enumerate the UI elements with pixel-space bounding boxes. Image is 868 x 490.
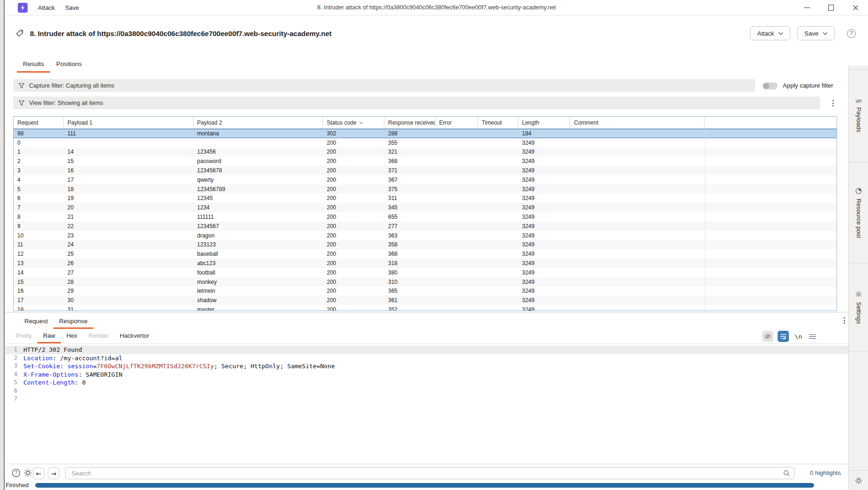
table-row[interactable]: 02003553249 [14, 138, 837, 148]
table-row[interactable]: 1831master2003523249 [14, 305, 837, 311]
tab-response[interactable]: Response [53, 314, 93, 329]
menu-attack[interactable]: Attack [38, 4, 55, 11]
help-icon[interactable]: ? [847, 29, 856, 38]
word-wrap-button[interactable] [778, 331, 789, 342]
cell-length: 3249 [518, 306, 570, 311]
cell-status: 200 [323, 279, 384, 285]
column-header-response-received[interactable]: Response received [384, 117, 435, 128]
column-header-payload1[interactable]: Payload 1 [64, 117, 193, 128]
table-row[interactable]: 1629letmein2003653249 [14, 287, 837, 296]
cell-payload2: shadow [193, 297, 323, 304]
table-row[interactable]: 215password2003683249 [14, 156, 837, 166]
previous-match-button[interactable]: ← [33, 468, 44, 479]
save-button[interactable]: Save [797, 26, 835, 40]
cell-request: 5 [14, 186, 64, 193]
tab-request[interactable]: Request [19, 314, 53, 329]
cell-length: 3249 [518, 279, 570, 285]
table-row[interactable]: 92212345672002773249 [14, 222, 837, 231]
column-header-filler [705, 117, 837, 128]
text-view-menu-icon[interactable] [808, 334, 817, 339]
close-icon [853, 5, 859, 11]
attack-button[interactable]: Attack [750, 26, 790, 40]
column-header-status-code[interactable]: Status code [323, 117, 384, 128]
hide-nonprintable-button[interactable] [762, 331, 773, 342]
column-header-payload2[interactable]: Payload 2 [193, 117, 323, 128]
cell-payload2: 1234 [193, 204, 323, 211]
maximize-button[interactable] [826, 3, 836, 13]
column-header-error[interactable]: Error [435, 117, 478, 128]
table-row[interactable]: 1225baseball2003683249 [14, 249, 837, 259]
tag-icon [15, 29, 24, 38]
menu-save[interactable]: Save [65, 4, 79, 11]
results-table-body: 98111montana3022881840200355324911412345… [14, 129, 837, 311]
cell-request: 7 [14, 204, 64, 211]
next-match-button[interactable]: → [48, 468, 59, 479]
view-filter-bar[interactable]: View filter: Showing all items [13, 97, 820, 109]
table-row[interactable]: 619123452003113249 [14, 194, 837, 203]
intruder-tabs: Results Positions [5, 53, 848, 73]
tab-hex[interactable]: Hex [61, 329, 83, 343]
cell-length: 3249 [518, 223, 570, 230]
svg-text:?: ? [15, 470, 18, 475]
column-header-length[interactable]: Length [518, 117, 570, 128]
cell-request: 1 [14, 148, 64, 155]
minimize-button[interactable] [802, 3, 812, 13]
sidebar-tab-resource-pool[interactable]: Resource pool [849, 162, 868, 263]
editor-menu-icon[interactable] [839, 314, 849, 327]
apply-capture-toggle[interactable] [763, 82, 778, 89]
table-row[interactable]: 72012342003453249 [14, 203, 837, 212]
table-row[interactable]: 11241231232003583249 [14, 240, 837, 250]
cell-response: 380 [384, 269, 435, 276]
table-row[interactable]: 5181234567892003753249 [14, 185, 837, 194]
table-row[interactable]: 1023dragon2003633249 [14, 231, 837, 240]
search-settings-gear-icon[interactable] [23, 468, 32, 477]
cell-payload1: 27 [64, 269, 193, 276]
table-row[interactable]: 316123456782003713249 [14, 166, 837, 175]
table-row[interactable]: 1528monkey2003103249 [14, 277, 837, 287]
sidebar-label-resource-pool: Resource pool [855, 199, 862, 238]
apply-capture-label: Apply capture filter [783, 79, 833, 92]
tab-hackvertor[interactable]: Hackvertor [114, 329, 155, 343]
response-editor[interactable]: 1HTTP/2 302 Found2Location: /my-account?… [5, 344, 848, 464]
table-row[interactable]: 1730shadow2003613249 [14, 296, 837, 305]
tab-raw[interactable]: Raw [37, 329, 61, 343]
page-title: 8. Intruder attack of https://0a3800c904… [30, 30, 331, 37]
view-filter-menu-icon[interactable] [828, 97, 838, 109]
table-row[interactable]: 417qwerty2003673249 [14, 175, 837, 185]
attack-button-label: Attack [757, 30, 774, 37]
editor-help-icon[interactable]: ? [12, 468, 21, 477]
column-header-timeout[interactable]: Timeout [478, 117, 518, 128]
column-header-request[interactable]: Request [14, 117, 64, 128]
editor-line: 5Content-Length: 0 [5, 379, 848, 387]
settings-gear-icon[interactable] [854, 476, 863, 485]
cell-status: 200 [323, 214, 384, 220]
search-icon [783, 469, 790, 477]
capture-filter-bar[interactable]: Capture filter: Capturing all items [13, 79, 755, 92]
tab-positions[interactable]: Positions [50, 56, 88, 73]
results-table-header: Request Payload 1 Payload 2 Status code … [14, 117, 837, 129]
sidebar-tab-settings[interactable]: Settings [849, 263, 868, 351]
cell-response: 655 [384, 214, 435, 220]
cell-payload1: 22 [64, 223, 193, 230]
tab-results[interactable]: Results [17, 56, 50, 73]
close-button[interactable] [850, 3, 861, 13]
cell-response: 311 [384, 195, 435, 201]
table-row[interactable]: 1141234562003213249 [14, 148, 837, 157]
line-number: 2 [5, 354, 17, 363]
cell-payload2: 123123 [193, 241, 323, 248]
cell-payload2: 123456 [193, 148, 323, 155]
line-number: 3 [5, 362, 17, 371]
table-row[interactable]: 98111montana302288184 [14, 129, 837, 138]
right-rail: § Payloads Resource pool Settings [848, 66, 868, 490]
sidebar-tab-payloads[interactable]: § Payloads [849, 69, 868, 162]
table-row[interactable]: 8211111112006553249 [14, 212, 837, 222]
cell-length: 3249 [518, 297, 570, 304]
show-newlines-button[interactable]: \n [793, 333, 803, 340]
search-input[interactable] [65, 467, 794, 479]
column-header-comment[interactable]: Comment [570, 117, 705, 128]
word-wrap-icon [780, 333, 787, 340]
cell-payload2: 123456789 [193, 186, 323, 193]
table-row[interactable]: 1326abc1232003183249 [14, 259, 837, 268]
table-row[interactable]: 1427football2003803249 [14, 268, 837, 277]
cell-status: 200 [323, 148, 384, 155]
